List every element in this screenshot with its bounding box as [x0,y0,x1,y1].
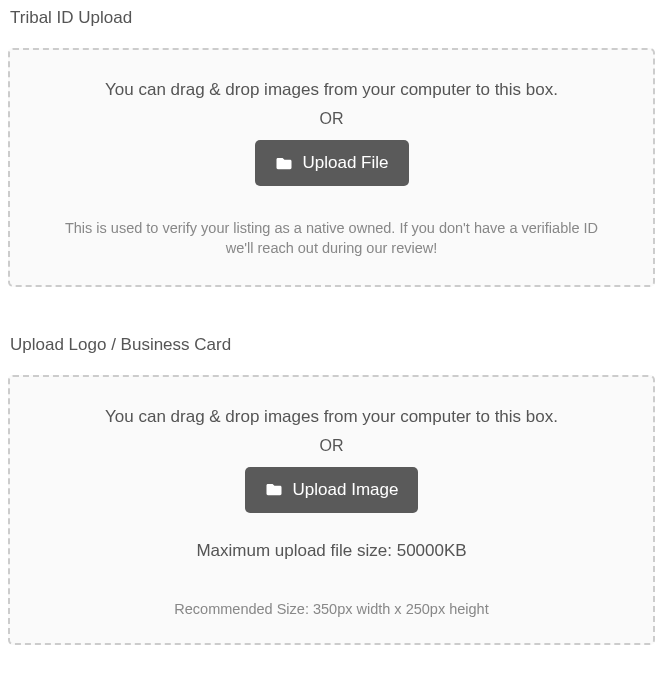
or-separator: OR [30,437,633,455]
drop-instruction-text: You can drag & drop images from your com… [30,407,633,427]
upload-image-button-label: Upload Image [293,480,399,500]
tribal-id-helper-text: This is used to verify your listing as a… [52,218,612,259]
recommended-size-text: Recommended Size: 350px width x 250px he… [30,601,633,617]
or-separator: OR [30,110,633,128]
max-upload-size-text: Maximum upload file size: 50000KB [30,541,633,561]
drop-instruction-text: You can drag & drop images from your com… [30,80,633,100]
upload-file-button-label: Upload File [303,153,389,173]
tribal-id-upload-title: Tribal ID Upload [8,8,655,28]
folder-icon [265,482,283,497]
upload-logo-title: Upload Logo / Business Card [8,335,655,355]
upload-file-button[interactable]: Upload File [255,140,409,186]
logo-dropzone[interactable]: You can drag & drop images from your com… [8,375,655,645]
folder-icon [275,156,293,171]
upload-image-button[interactable]: Upload Image [245,467,419,513]
tribal-id-dropzone[interactable]: You can drag & drop images from your com… [8,48,655,287]
